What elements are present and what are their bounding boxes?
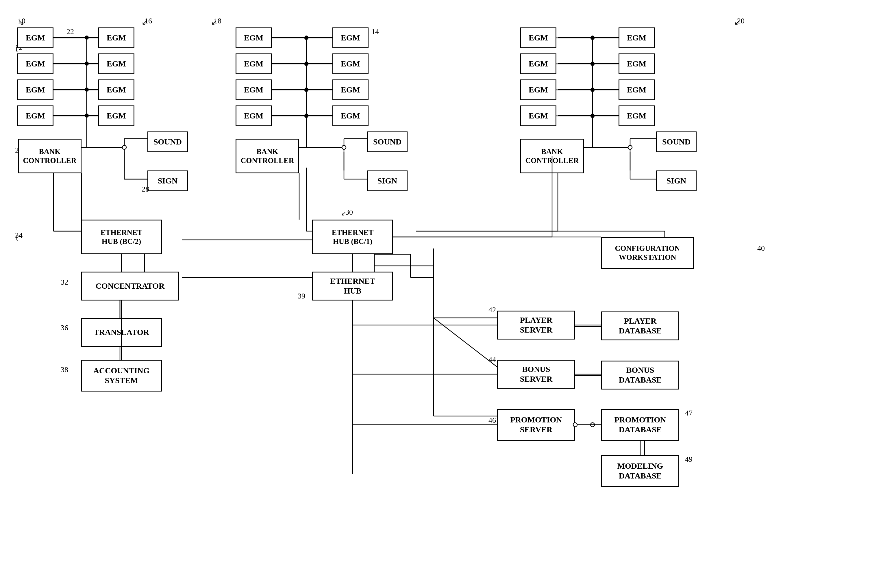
svg-line-78	[434, 318, 497, 367]
egm-m1a: EGM	[235, 27, 272, 48]
svg-point-56	[590, 88, 594, 92]
ref-39: 39	[298, 292, 305, 301]
egm-m3a: EGM	[235, 79, 272, 100]
player-server: PLAYERSERVER	[497, 311, 575, 339]
svg-point-12	[85, 113, 89, 118]
svg-point-35	[304, 88, 308, 92]
bonus-server: BONUSSERVER	[497, 360, 575, 389]
svg-point-91	[342, 145, 346, 149]
egm-l2b: EGM	[98, 54, 134, 74]
promotion-database: PROMOTIONDATABASE	[601, 409, 679, 441]
bank-controller-right: BANKCONTROLLER	[520, 139, 584, 173]
svg-point-34	[304, 61, 308, 65]
ref-28: 28	[142, 185, 149, 194]
svg-point-151	[590, 88, 594, 92]
ethernet-hub-bottom: ETHERNETHUB	[312, 272, 393, 301]
egm-r3b: EGM	[618, 79, 655, 100]
ref-47: 47	[685, 409, 693, 418]
svg-point-136	[304, 62, 308, 66]
ref-38: 38	[61, 366, 68, 374]
configuration-workstation: CONFIGURATIONWORKSTATION	[601, 237, 694, 269]
egm-r2b: EGM	[618, 54, 655, 74]
ref-44: 44	[489, 356, 496, 364]
svg-point-138	[304, 114, 308, 118]
egm-m4b: EGM	[332, 106, 368, 126]
egm-r3a: EGM	[520, 79, 556, 100]
svg-point-36	[304, 113, 308, 118]
egm-m3b: EGM	[332, 79, 368, 100]
svg-point-33	[304, 36, 308, 40]
sign-middle: SIGN	[367, 170, 408, 191]
ref-49: 49	[685, 455, 693, 464]
egm-l3b: EGM	[98, 79, 134, 100]
egm-l1a: EGM	[17, 27, 54, 48]
svg-point-135	[304, 36, 308, 40]
svg-point-64	[628, 145, 632, 149]
svg-point-84	[590, 423, 594, 427]
egm-m1b: EGM	[332, 27, 368, 48]
svg-point-11	[85, 88, 89, 92]
egm-l4a: EGM	[17, 106, 54, 126]
translator: TRANSLATOR	[81, 318, 162, 347]
svg-point-152	[590, 114, 594, 118]
egm-r1b: EGM	[618, 27, 655, 48]
player-database: PLAYERDATABASE	[601, 311, 679, 340]
promotion-server: PROMOTIONSERVER	[497, 409, 575, 441]
svg-point-137	[304, 88, 308, 92]
modeling-database: MODELINGDATABASE	[601, 455, 679, 487]
svg-point-9	[85, 36, 89, 40]
egm-l2a: EGM	[17, 54, 54, 74]
svg-point-150	[590, 62, 594, 66]
svg-point-55	[590, 61, 594, 65]
egm-m4a: EGM	[235, 106, 272, 126]
svg-point-54	[590, 36, 594, 40]
ref-40: 40	[757, 244, 765, 253]
ref-14: 14	[371, 27, 379, 36]
sign-left: SIGN	[147, 170, 188, 191]
egm-r2a: EGM	[520, 54, 556, 74]
accounting-system: ACCOUNTINGSYSTEM	[81, 360, 162, 392]
egm-m2a: EGM	[235, 54, 272, 74]
ref-46: 46	[489, 416, 496, 425]
egm-r4b: EGM	[618, 106, 655, 126]
ref-32: 32	[61, 278, 68, 287]
bank-controller-middle: BANKCONTROLLER	[235, 139, 299, 173]
egm-l4b: EGM	[98, 106, 134, 126]
concentrator: CONCENTRATOR	[81, 272, 179, 301]
bonus-database: BONUSDATABASE	[601, 360, 679, 390]
svg-point-149	[590, 36, 594, 40]
egm-l3a: EGM	[17, 79, 54, 100]
sound-right: SOUND	[656, 131, 697, 152]
svg-point-10	[85, 61, 89, 65]
sound-left: SOUND	[147, 131, 188, 152]
diagram: 10 ↘ 12 { 16 ↙ 18 ↙ 20 ↙ EGM EGM 22 EGM …	[0, 0, 870, 588]
ref-42: 42	[489, 306, 496, 314]
svg-point-57	[590, 113, 594, 118]
ref-22: 22	[67, 27, 74, 36]
ethernet-hub-bc1: ETHERNETHUB (BC/1)	[312, 220, 393, 254]
egm-l1b: EGM	[98, 27, 134, 48]
sign-right: SIGN	[656, 170, 697, 191]
ref-30: 30	[346, 208, 353, 217]
svg-point-90	[122, 145, 126, 149]
egm-r4a: EGM	[520, 106, 556, 126]
bank-controller-left: BANKCONTROLLER	[18, 139, 82, 173]
egm-r1a: EGM	[520, 27, 556, 48]
sound-middle: SOUND	[367, 131, 408, 152]
ref-36: 36	[61, 324, 68, 332]
egm-m2b: EGM	[332, 54, 368, 74]
ethernet-hub-bc2: ETHERNETHUB (BC/2)	[81, 220, 162, 254]
